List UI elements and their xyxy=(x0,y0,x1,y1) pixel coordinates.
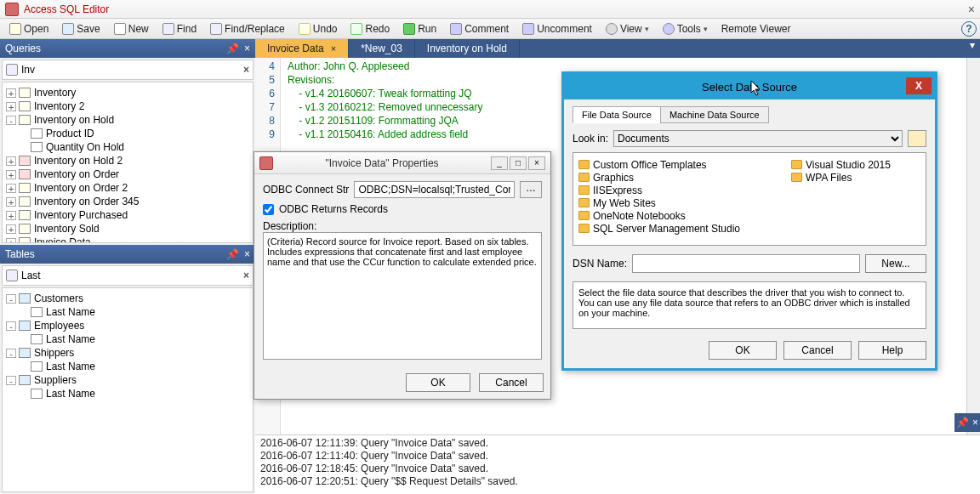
queries-tree[interactable]: +Inventory+Inventory 2-Inventory on Hold… xyxy=(2,82,254,243)
queries-tree-item[interactable]: -Inventory on Hold xyxy=(6,113,249,127)
queries-tree-item[interactable]: Quantity On Hold xyxy=(18,140,249,154)
queries-tree-item[interactable]: +Inventory Sold xyxy=(6,222,249,236)
open-button[interactable]: Open xyxy=(3,20,54,37)
save-button[interactable]: Save xyxy=(56,20,105,37)
ds-ok-button[interactable]: OK xyxy=(709,341,777,360)
folder-item[interactable]: IISExpress xyxy=(578,184,740,196)
tables-tree-item[interactable]: Last Name xyxy=(18,305,249,319)
folder-label: Custom Office Templates xyxy=(593,159,707,171)
tables-tree-item[interactable]: -Suppliers xyxy=(6,373,249,387)
queries-filter-clear-icon[interactable]: × xyxy=(243,64,249,76)
odbc-returns-checkbox[interactable] xyxy=(263,204,274,215)
expand-icon[interactable]: - xyxy=(6,349,16,358)
tables-tree[interactable]: -CustomersLast Name-EmployeesLast Name-S… xyxy=(2,287,254,492)
ds-cancel-button[interactable]: Cancel xyxy=(783,341,852,360)
queries-tree-item[interactable]: +Inventory on Hold 2 xyxy=(6,154,249,168)
queries-tree-item[interactable]: +Invoice Data xyxy=(6,236,249,243)
redo-button[interactable]: Redo xyxy=(345,20,396,37)
odbc-browse-button[interactable]: … xyxy=(520,181,542,198)
folder-item[interactable]: Graphics xyxy=(578,171,740,184)
expand-icon[interactable]: + xyxy=(6,170,16,179)
folder-item[interactable]: Custom Office Templates xyxy=(578,158,740,171)
tables-tree-item[interactable]: Last Name xyxy=(18,387,249,400)
folder-item[interactable]: Visual Studio 2015 xyxy=(791,158,926,171)
ds-titlebar[interactable]: Select Data Source X xyxy=(564,74,935,99)
queries-tree-item[interactable]: +Inventory Purchased xyxy=(6,208,249,222)
dsn-name-input[interactable] xyxy=(632,254,860,273)
expand-icon[interactable]: + xyxy=(6,88,16,98)
folder-item[interactable]: My Web Sites xyxy=(578,196,740,209)
expand-icon[interactable]: + xyxy=(6,238,16,244)
output-pin-bar[interactable]: 📌× xyxy=(954,413,980,432)
expand-icon[interactable]: - xyxy=(6,376,16,385)
undo-button[interactable]: Undo xyxy=(293,20,344,37)
queries-filter-input[interactable] xyxy=(21,64,243,76)
scrollbar[interactable] xyxy=(966,58,980,434)
queries-tree-item[interactable]: +Inventory 2 xyxy=(6,99,249,113)
close-icon[interactable]: × xyxy=(972,417,978,429)
document-tab[interactable]: Inventory on Hold xyxy=(415,39,520,58)
properties-titlebar[interactable]: "Invoice Data" Properties _ □ × xyxy=(254,152,550,174)
tables-filter-input[interactable] xyxy=(21,270,243,281)
queries-tree-item[interactable]: +Inventory xyxy=(6,86,249,99)
new-button[interactable]: New xyxy=(108,20,155,37)
properties-ok-button[interactable]: OK xyxy=(406,373,470,392)
tables-tree-item[interactable]: Last Name xyxy=(18,332,249,346)
tab-overflow-icon[interactable]: ▾ xyxy=(965,39,980,58)
queries-close-icon[interactable]: × xyxy=(244,43,250,54)
folder-item[interactable]: OneNote Notebooks xyxy=(578,209,740,222)
tables-close-icon[interactable]: × xyxy=(244,248,250,260)
tables-pin-icon[interactable]: 📌 xyxy=(226,248,239,260)
queries-tree-item[interactable]: +Inventory on Order 345 xyxy=(6,195,249,208)
tables-tree-item[interactable]: Last Name xyxy=(18,360,249,373)
ds-help-button[interactable]: Help xyxy=(858,341,926,360)
queries-pin-icon[interactable]: 📌 xyxy=(226,43,239,54)
tab-file-data-source[interactable]: File Data Source xyxy=(573,106,661,123)
expand-icon[interactable]: + xyxy=(6,197,16,207)
remote-viewer-button[interactable]: Remote Viewer xyxy=(715,20,797,37)
expand-icon[interactable]: - xyxy=(6,294,16,304)
run-button[interactable]: Run xyxy=(397,20,442,37)
lookin-select[interactable]: Documents xyxy=(613,130,903,147)
tab-close-icon[interactable]: × xyxy=(331,43,336,54)
find-button[interactable]: Find xyxy=(157,20,202,37)
tables-tree-item[interactable]: -Employees xyxy=(6,319,249,332)
uncomment-button[interactable]: Uncomment xyxy=(516,20,598,37)
expand-icon[interactable]: + xyxy=(6,156,16,166)
find-replace-button[interactable]: Find/Replace xyxy=(204,20,291,37)
odbc-connect-input[interactable] xyxy=(354,181,515,198)
properties-cancel-button[interactable]: Cancel xyxy=(479,373,544,392)
dialog-maximize-icon[interactable]: □ xyxy=(510,156,527,170)
ds-close-button[interactable]: X xyxy=(906,77,932,94)
queries-tree-item[interactable]: +Inventory on Order 2 xyxy=(6,181,249,195)
expand-icon[interactable]: - xyxy=(6,321,16,331)
folder-icon xyxy=(578,173,590,182)
folder-list[interactable]: Custom Office TemplatesGraphicsIISExpres… xyxy=(573,152,926,246)
queries-tree-item[interactable]: +Inventory on Order xyxy=(6,168,249,181)
folder-item[interactable]: SQL Server Management Studio xyxy=(578,222,740,235)
comment-button[interactable]: Comment xyxy=(444,20,515,37)
tables-filter-clear-icon[interactable]: × xyxy=(243,270,249,281)
tools-dropdown[interactable]: Tools xyxy=(657,20,714,37)
queries-tree-item[interactable]: Product ID xyxy=(18,127,249,140)
document-tab[interactable]: Invoice Data× xyxy=(255,39,349,58)
expand-icon[interactable]: - xyxy=(6,116,16,125)
expand-icon[interactable]: + xyxy=(6,184,16,193)
tab-label: Inventory on Hold xyxy=(427,43,507,54)
folder-item[interactable]: WPA Files xyxy=(791,171,926,184)
document-tab[interactable]: *New_03 xyxy=(349,39,415,58)
folder-up-button[interactable] xyxy=(908,130,926,147)
tables-tree-item[interactable]: -Shippers xyxy=(6,346,249,360)
window-close-icon[interactable]: × xyxy=(968,3,975,16)
tab-machine-data-source[interactable]: Machine Data Source xyxy=(660,106,769,123)
expand-icon[interactable]: + xyxy=(6,211,16,220)
tables-tree-item[interactable]: -Customers xyxy=(6,292,249,305)
dialog-minimize-icon[interactable]: _ xyxy=(491,156,508,170)
description-textarea[interactable]: (Criteria) Record source for Invoice rep… xyxy=(263,232,542,360)
dialog-close-icon[interactable]: × xyxy=(528,156,545,170)
expand-icon[interactable]: + xyxy=(6,224,16,234)
view-dropdown[interactable]: View xyxy=(600,20,655,37)
help-button[interactable]: ? xyxy=(961,21,977,37)
expand-icon[interactable]: + xyxy=(6,102,16,111)
dsn-new-button[interactable]: New... xyxy=(865,254,926,273)
